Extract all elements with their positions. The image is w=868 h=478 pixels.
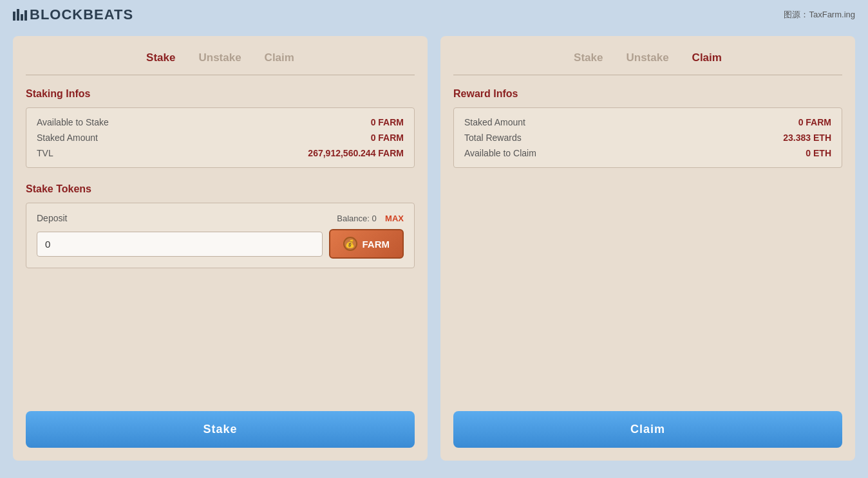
left-tab-claim[interactable]: Claim: [259, 49, 299, 67]
header: BLOCKBEATS 图源：TaxFarm.ing: [0, 0, 868, 30]
info-row-tvl: TVL 267,912,560.244 FARM: [37, 148, 404, 158]
left-tab-stake[interactable]: Stake: [141, 49, 180, 67]
logo-text: BLOCKBEATS: [30, 6, 133, 23]
logo-bar-1: [13, 12, 15, 21]
farm-button-label: FARM: [363, 239, 390, 250]
stake-action-button[interactable]: Stake: [26, 411, 415, 448]
available-claim-label: Available to Claim: [464, 148, 536, 158]
tvl-value: 267,912,560.244 FARM: [308, 148, 404, 158]
logo-bar-4: [24, 10, 27, 21]
stake-tokens-section: Stake Tokens Deposit Balance: 0 MAX 💰 FA…: [26, 183, 415, 284]
available-claim-value: 0 ETH: [806, 148, 831, 158]
reward-staked-amount-value: 0 FARM: [798, 117, 831, 127]
reward-staked-amount-label: Staked Amount: [464, 117, 525, 127]
info-row-staked-amount: Staked Amount 0 FARM: [37, 133, 404, 143]
claim-action-button[interactable]: Claim: [453, 411, 842, 448]
logo-bar-2: [17, 9, 19, 21]
footer-hint: Interacting with smart contracts is a re…: [0, 473, 868, 478]
stake-tokens-box: Deposit Balance: 0 MAX 💰 FARM: [26, 203, 415, 268]
left-tab-unstake[interactable]: Unstake: [193, 49, 246, 67]
right-card: Stake Unstake Claim Reward Infos Staked …: [440, 36, 855, 461]
header-source: 图源：TaxFarm.ing: [784, 9, 855, 21]
staking-infos-box: Available to Stake 0 FARM Staked Amount …: [26, 107, 415, 168]
right-spacer: [453, 183, 842, 411]
right-tab-divider: [453, 75, 842, 75]
left-spacer: [26, 299, 415, 411]
reward-infos-box: Staked Amount 0 FARM Total Rewards 23.38…: [453, 107, 842, 168]
logo: BLOCKBEATS: [13, 6, 133, 23]
logo-bar-3: [21, 14, 23, 21]
left-card: Stake Unstake Claim Staking Infos Availa…: [13, 36, 428, 461]
available-stake-value: 0 FARM: [371, 117, 404, 127]
balance-area: Balance: 0 MAX: [337, 212, 404, 224]
deposit-label: Deposit: [37, 213, 67, 223]
right-tab-claim[interactable]: Claim: [687, 49, 727, 67]
available-stake-label: Available to Stake: [37, 117, 109, 127]
staked-amount-label: Staked Amount: [37, 133, 98, 143]
right-tabs: Stake Unstake Claim: [453, 49, 842, 67]
farm-button[interactable]: 💰 FARM: [329, 229, 404, 259]
left-tab-divider: [26, 75, 415, 75]
right-tab-stake[interactable]: Stake: [569, 49, 608, 67]
right-tab-unstake[interactable]: Unstake: [621, 49, 674, 67]
logo-bars-icon: [13, 9, 27, 21]
reward-row-total-rewards: Total Rewards 23.383 ETH: [464, 133, 831, 143]
main-content: Stake Unstake Claim Staking Infos Availa…: [0, 30, 868, 473]
balance-text: Balance: 0: [337, 214, 376, 223]
total-rewards-value: 23.383 ETH: [783, 133, 831, 143]
reward-infos-title: Reward Infos: [453, 88, 842, 100]
staked-amount-value: 0 FARM: [371, 133, 404, 143]
left-tabs: Stake Unstake Claim: [26, 49, 415, 67]
info-row-available-stake: Available to Stake 0 FARM: [37, 117, 404, 127]
total-rewards-label: Total Rewards: [464, 133, 522, 143]
deposit-row: Deposit Balance: 0 MAX: [37, 212, 404, 224]
reward-row-staked-amount: Staked Amount 0 FARM: [464, 117, 831, 127]
farm-coin-icon: 💰: [343, 237, 357, 251]
tvl-label: TVL: [37, 148, 53, 158]
max-button[interactable]: MAX: [385, 214, 404, 223]
deposit-input-row: 💰 FARM: [37, 229, 404, 259]
staking-infos-title: Staking Infos: [26, 88, 415, 100]
deposit-input[interactable]: [37, 232, 323, 257]
reward-row-available-claim: Available to Claim 0 ETH: [464, 148, 831, 158]
stake-tokens-title: Stake Tokens: [26, 183, 415, 195]
